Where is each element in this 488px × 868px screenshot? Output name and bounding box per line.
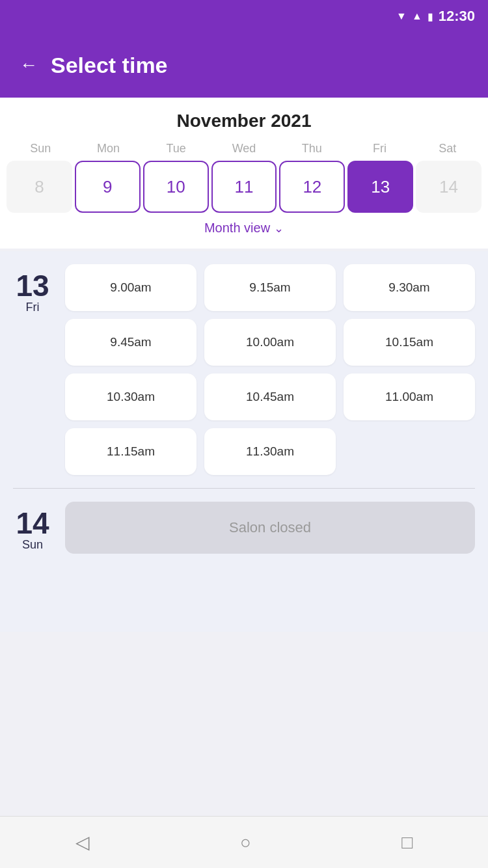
bottom-nav: ◁ ○ □	[0, 816, 488, 868]
day-14-row: 14 Sun Salon closed	[13, 502, 475, 554]
day-13-name: Fri	[26, 301, 40, 314]
time-slot-1130am[interactable]: 11.30am	[204, 428, 336, 475]
cal-day-11[interactable]: 11	[211, 161, 277, 213]
wifi-icon: ▼	[396, 10, 407, 22]
time-slot-1045am[interactable]: 10.45am	[204, 373, 336, 420]
day-13-row: 13 Fri 9.00am 9.15am 9.30am 9.45am 10.00…	[13, 264, 475, 475]
back-button[interactable]: ←	[20, 55, 38, 75]
time-slot-1000am[interactable]: 10.00am	[204, 319, 336, 366]
cal-day-13[interactable]: 13	[347, 161, 413, 213]
day-13-slots: 9.00am 9.15am 9.30am 9.45am 10.00am 10.1…	[65, 264, 475, 475]
day-14-name: Sun	[22, 538, 43, 552]
chevron-down-icon: ⌄	[274, 221, 284, 236]
time-slot-1015am[interactable]: 10.15am	[344, 319, 475, 366]
time-slot-1030am[interactable]: 10.30am	[65, 373, 197, 420]
time-slot-1100am[interactable]: 11.00am	[344, 373, 475, 420]
status-time: 12:30	[439, 8, 475, 25]
signal-icon: ▲	[412, 10, 422, 22]
status-bar: ▼ ▲ ▮ 12:30	[0, 0, 488, 33]
time-slot-900am[interactable]: 9.00am	[65, 264, 197, 311]
slots-section: 13 Fri 9.00am 9.15am 9.30am 9.45am 10.00…	[0, 251, 488, 632]
cal-day-14[interactable]: 14	[416, 161, 481, 213]
calendar-section: November 2021 Sun Mon Tue Wed Thu Fri Sa…	[0, 98, 488, 249]
nav-back-icon[interactable]: ◁	[75, 832, 90, 853]
page-title: Select time	[51, 53, 168, 78]
day-header-sun: Sun	[7, 142, 74, 156]
cal-day-12[interactable]: 12	[279, 161, 345, 213]
day-headers: Sun Mon Tue Wed Thu Fri Sat	[0, 142, 488, 156]
day-14-label: 14 Sun	[13, 502, 52, 554]
cal-day-10[interactable]: 10	[143, 161, 209, 213]
nav-home-icon[interactable]: ○	[240, 832, 251, 853]
header: ← Select time	[0, 33, 488, 98]
cal-day-9[interactable]: 9	[75, 161, 141, 213]
nav-recent-icon[interactable]: □	[401, 832, 413, 853]
day-header-wed: Wed	[210, 142, 278, 156]
month-view-toggle[interactable]: Month view ⌄	[0, 213, 488, 242]
time-slot-1115am[interactable]: 11.15am	[65, 428, 197, 475]
time-slot-930am[interactable]: 9.30am	[344, 264, 475, 311]
day-13-label: 13 Fri	[13, 264, 52, 475]
cal-day-8[interactable]: 8	[7, 161, 72, 213]
day-header-sat: Sat	[414, 142, 481, 156]
month-label: November 2021	[0, 111, 488, 131]
month-view-label: Month view	[204, 221, 270, 236]
day-14-number: 14	[16, 508, 49, 538]
time-slot-945am[interactable]: 9.45am	[65, 319, 197, 366]
day-header-fri: Fri	[346, 142, 413, 156]
section-divider	[13, 488, 475, 489]
battery-icon: ▮	[427, 10, 433, 23]
day-header-thu: Thu	[278, 142, 346, 156]
day-header-mon: Mon	[74, 142, 142, 156]
day-header-tue: Tue	[142, 142, 210, 156]
day-13-number: 13	[16, 271, 49, 301]
time-slot-915am[interactable]: 9.15am	[204, 264, 336, 311]
calendar-row: 8 9 10 11 12 13 14	[0, 161, 488, 213]
salon-closed-banner: Salon closed	[65, 502, 475, 554]
